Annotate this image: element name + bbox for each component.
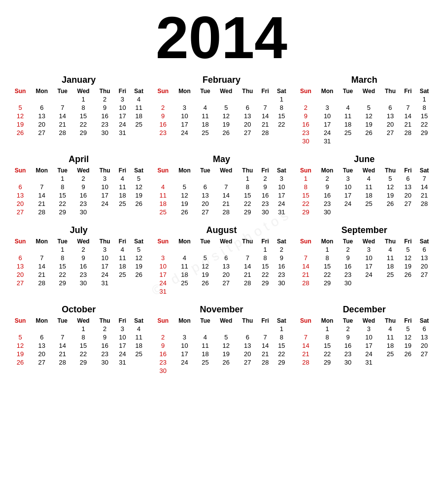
day-cell: 7	[31, 183, 53, 191]
day-cell: 13	[238, 112, 258, 120]
calendar-grid: JanuarySunMonTueWedThuFriSat123456789101…	[10, 75, 433, 375]
day-cell: 21	[238, 270, 258, 279]
day-cell: 21	[401, 120, 416, 129]
day-cell: 3	[339, 174, 358, 183]
day-cell: 13	[196, 191, 215, 200]
day-header-mon: Mon	[31, 317, 53, 325]
day-cell: 21	[215, 200, 238, 208]
day-cell: 29	[295, 208, 316, 216]
day-cell: 4	[130, 325, 148, 333]
month-name: September	[295, 225, 433, 235]
day-cell: 13	[31, 341, 53, 350]
day-cell	[10, 325, 31, 333]
day-cell: 30	[339, 358, 358, 367]
day-cell	[115, 208, 130, 216]
day-cell: 30	[339, 279, 358, 287]
day-cell: 1	[258, 245, 273, 254]
day-cell	[153, 245, 173, 254]
day-header-sun: Sun	[10, 317, 31, 325]
day-cell: 25	[380, 270, 400, 279]
day-cell: 18	[130, 112, 148, 120]
day-cell: 25	[196, 129, 215, 137]
day-cell: 9	[72, 254, 95, 262]
day-cell	[10, 95, 31, 103]
day-cell: 30	[258, 208, 273, 216]
day-cell: 14	[401, 112, 416, 120]
day-cell: 4	[196, 103, 215, 112]
day-cell: 12	[357, 112, 380, 120]
day-cell	[357, 95, 380, 103]
day-cell: 15	[258, 262, 273, 270]
month-name: August	[153, 225, 291, 235]
day-cell: 24	[173, 358, 196, 367]
day-cell: 12	[173, 191, 196, 200]
day-cell: 5	[10, 333, 31, 341]
day-cell	[130, 358, 148, 367]
day-header-thu: Thu	[95, 237, 115, 245]
day-cell: 15	[273, 341, 290, 350]
day-cell: 30	[153, 367, 173, 375]
day-header-tue: Tue	[339, 87, 358, 95]
day-header-sat: Sat	[273, 237, 290, 245]
day-cell: 31	[95, 279, 115, 287]
day-cell: 1	[72, 325, 95, 333]
day-cell: 10	[273, 183, 290, 191]
day-header-sun: Sun	[295, 167, 316, 174]
day-cell: 29	[53, 208, 72, 216]
day-cell: 5	[173, 183, 196, 191]
day-cell: 22	[238, 200, 258, 208]
day-cell	[339, 95, 358, 103]
day-cell: 6	[10, 254, 31, 262]
day-cell: 13	[31, 112, 53, 120]
month-table: SunMonTueWedThuFriSat1234567891011121314…	[295, 87, 433, 145]
day-cell: 6	[10, 183, 31, 191]
day-cell: 2	[273, 245, 290, 254]
day-cell: 6	[31, 333, 53, 341]
day-cell: 23	[295, 129, 316, 137]
day-header-fri: Fri	[401, 237, 416, 245]
day-cell: 16	[258, 191, 273, 200]
day-cell: 27	[401, 200, 416, 208]
day-cell: 5	[215, 333, 238, 341]
day-cell: 16	[339, 262, 358, 270]
day-cell: 27	[31, 129, 53, 137]
day-cell: 22	[72, 120, 95, 129]
day-cell: 26	[357, 129, 380, 137]
day-cell: 17	[316, 120, 338, 129]
day-cell	[401, 358, 416, 367]
day-header-wed: Wed	[72, 87, 95, 95]
day-cell: 17	[273, 191, 290, 200]
day-cell: 13	[401, 183, 416, 191]
day-cell: 4	[115, 245, 130, 254]
day-cell	[415, 137, 433, 145]
day-cell	[31, 245, 53, 254]
day-cell: 13	[10, 262, 31, 270]
day-cell: 6	[238, 103, 258, 112]
day-cell	[10, 174, 31, 183]
day-cell: 1	[53, 174, 72, 183]
day-cell: 1	[316, 245, 338, 254]
day-cell: 29	[273, 358, 290, 367]
day-cell: 1	[273, 95, 290, 103]
day-cell: 10	[339, 183, 358, 191]
day-cell	[215, 174, 238, 183]
day-cell: 19	[130, 262, 148, 270]
day-cell: 17	[115, 341, 130, 350]
day-header-tue: Tue	[196, 237, 215, 245]
day-cell	[339, 208, 358, 216]
day-cell: 26	[10, 358, 31, 367]
day-header-thu: Thu	[238, 87, 258, 95]
day-cell: 12	[215, 112, 238, 120]
day-cell: 27	[238, 129, 258, 137]
day-cell: 24	[95, 200, 115, 208]
day-cell: 28	[258, 129, 273, 137]
day-cell: 16	[95, 112, 115, 120]
day-cell: 21	[31, 270, 53, 279]
day-cell: 8	[415, 103, 433, 112]
month-name: February	[153, 75, 291, 85]
day-cell: 2	[295, 103, 316, 112]
day-cell: 15	[53, 191, 72, 200]
day-cell: 15	[415, 112, 433, 120]
day-cell: 17	[153, 270, 173, 279]
day-cell: 4	[196, 333, 215, 341]
